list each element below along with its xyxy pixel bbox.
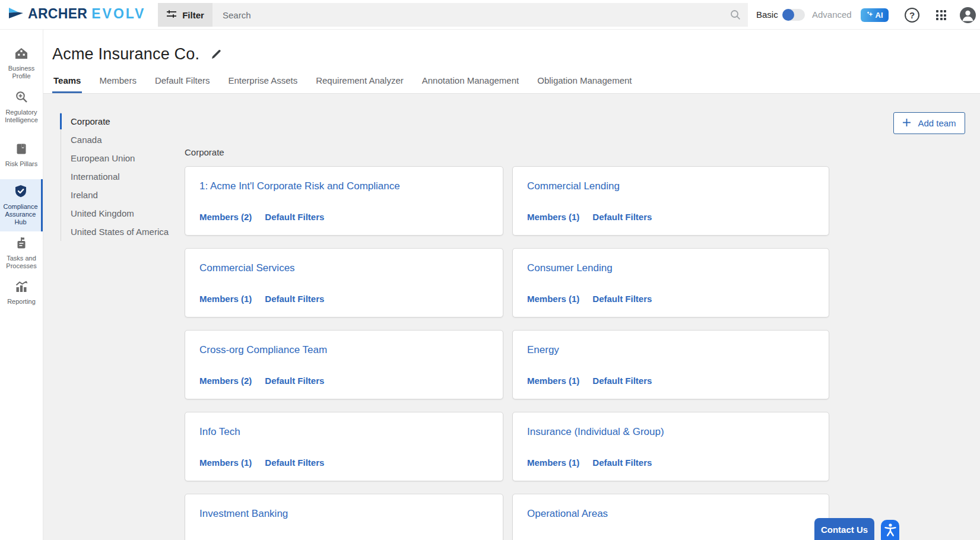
team-nav-united-states[interactable]: United States of America bbox=[61, 223, 177, 241]
team-name-link[interactable]: Consumer Lending bbox=[527, 262, 814, 274]
contact-us-button[interactable]: Contact Us bbox=[814, 518, 874, 540]
filter-button[interactable]: Filter bbox=[158, 3, 213, 27]
shield-check-icon bbox=[14, 185, 27, 200]
ai-button[interactable]: AI bbox=[861, 8, 889, 22]
team-name-link[interactable]: Commercial Lending bbox=[527, 180, 814, 192]
default-filters-link[interactable]: Default Filters bbox=[265, 376, 324, 386]
search-icon[interactable] bbox=[730, 9, 741, 23]
default-filters-link[interactable]: Default Filters bbox=[265, 294, 324, 304]
members-link[interactable]: Members (1) bbox=[527, 294, 579, 304]
help-icon[interactable]: ? bbox=[905, 8, 919, 23]
tab-teams[interactable]: Teams bbox=[52, 75, 82, 93]
team-name-link[interactable]: Info Tech bbox=[199, 426, 489, 438]
global-search-bar: Filter bbox=[158, 3, 748, 27]
sidebar-item-compliance-assurance-hub[interactable]: Compliance Assurance Hub bbox=[0, 179, 43, 231]
sidebar-item-risk-pillars[interactable]: Risk Pillars bbox=[0, 138, 43, 173]
default-filters-link[interactable]: Default Filters bbox=[265, 212, 324, 222]
ai-label: AI bbox=[876, 11, 883, 20]
advanced-mode-label: Advanced bbox=[812, 9, 852, 20]
teams-content: Corporate Canada European Union Internat… bbox=[43, 94, 980, 540]
basic-mode-label: Basic bbox=[756, 9, 778, 20]
archer-arrow-icon bbox=[8, 7, 24, 22]
toggle-knob bbox=[782, 9, 794, 21]
team-nav-canada[interactable]: Canada bbox=[61, 131, 177, 149]
default-filters-link[interactable]: Default Filters bbox=[592, 458, 652, 468]
book-icon bbox=[15, 143, 27, 157]
members-link[interactable]: Members (1) bbox=[199, 458, 252, 468]
tab-annotation-management[interactable]: Annotation Management bbox=[421, 75, 520, 93]
default-filters-link[interactable]: Default Filters bbox=[592, 376, 652, 386]
team-card[interactable]: 1: Acme Int'l Corporate Risk and Complia… bbox=[185, 166, 503, 236]
app-grid-icon[interactable] bbox=[936, 10, 946, 20]
bar-chart-icon bbox=[15, 281, 28, 295]
team-nav-international[interactable]: International bbox=[61, 167, 177, 186]
search-input[interactable] bbox=[213, 3, 748, 27]
team-card[interactable]: Cross-org Compliance Team Members (2) De… bbox=[185, 330, 503, 399]
page-title: Acme Insurance Co. bbox=[52, 45, 199, 63]
team-name-link[interactable]: Energy bbox=[527, 344, 814, 356]
add-team-label: Add team bbox=[918, 118, 956, 128]
default-filters-link[interactable]: Default Filters bbox=[592, 212, 652, 222]
sidebar-item-label: Regulatory Intelligence bbox=[1, 109, 42, 124]
members-link[interactable]: Members (1) bbox=[527, 212, 579, 222]
team-cards-grid: 1: Acme Int'l Corporate Risk and Complia… bbox=[185, 166, 829, 540]
tab-members[interactable]: Members bbox=[98, 75, 138, 93]
members-link[interactable]: Members (2) bbox=[199, 376, 252, 386]
logo-archer-text: ARCHER bbox=[28, 6, 87, 22]
building-home-icon bbox=[15, 47, 28, 62]
sidebar-item-label: Risk Pillars bbox=[5, 160, 37, 168]
page-head: Acme Insurance Co. Teams Members Default… bbox=[43, 30, 980, 94]
avatar-icon[interactable] bbox=[960, 7, 976, 23]
team-name-link[interactable]: Commercial Services bbox=[199, 262, 489, 274]
accessibility-icon[interactable] bbox=[881, 520, 899, 540]
team-card[interactable]: Investment Banking bbox=[185, 494, 503, 540]
team-nav-ireland[interactable]: Ireland bbox=[61, 186, 177, 204]
app-sidebar: Business Profile Regulatory Intelligence… bbox=[0, 30, 43, 540]
team-name-link[interactable]: 1: Acme Int'l Corporate Risk and Complia… bbox=[199, 180, 489, 192]
default-filters-link[interactable]: Default Filters bbox=[592, 294, 652, 304]
sidebar-item-label: Business Profile bbox=[1, 65, 42, 80]
team-card[interactable]: Info Tech Members (1) Default Filters bbox=[185, 412, 503, 481]
team-card[interactable]: Commercial Lending Members (1) Default F… bbox=[512, 166, 829, 236]
tab-requirement-analyzer[interactable]: Requirement Analyzer bbox=[315, 75, 405, 93]
basic-advanced-toggle[interactable] bbox=[782, 9, 805, 21]
team-card[interactable]: Insurance (Individual & Group) Members (… bbox=[512, 412, 829, 481]
team-name-link[interactable]: Insurance (Individual & Group) bbox=[527, 426, 814, 438]
team-nav-united-kingdom[interactable]: United Kingdom bbox=[61, 204, 177, 223]
sidebar-item-reporting[interactable]: Reporting bbox=[0, 275, 43, 311]
default-filters-link[interactable]: Default Filters bbox=[265, 458, 324, 468]
sidebar-item-regulatory-intelligence[interactable]: Regulatory Intelligence bbox=[0, 85, 43, 129]
tab-enterprise-assets[interactable]: Enterprise Assets bbox=[227, 75, 299, 93]
filter-label: Filter bbox=[182, 10, 204, 20]
team-card[interactable]: Operational Areas bbox=[512, 494, 829, 540]
sidebar-item-tasks-and-processes[interactable]: Tasks and Processes bbox=[0, 231, 43, 275]
team-card[interactable]: Consumer Lending Members (1) Default Fil… bbox=[512, 248, 829, 317]
tasks-flag-icon bbox=[15, 237, 27, 252]
team-nav-corporate[interactable]: Corporate bbox=[61, 112, 177, 131]
sidebar-item-label: Compliance Assurance Hub bbox=[1, 203, 40, 226]
team-card[interactable]: Energy Members (1) Default Filters bbox=[512, 330, 829, 399]
team-name-link[interactable]: Cross-org Compliance Team bbox=[199, 344, 489, 356]
members-link[interactable]: Members (1) bbox=[527, 458, 579, 468]
section-heading: Corporate bbox=[185, 147, 224, 157]
members-link[interactable]: Members (1) bbox=[199, 294, 252, 304]
members-link[interactable]: Members (1) bbox=[527, 376, 579, 386]
add-team-button[interactable]: Add team bbox=[893, 112, 965, 134]
archer-evolv-logo[interactable]: ARCHER EVOLV bbox=[8, 6, 145, 22]
logo-evolv-text: EVOLV bbox=[91, 6, 145, 22]
magnifier-plus-icon bbox=[15, 91, 28, 106]
tab-obligation-management[interactable]: Obligation Management bbox=[536, 75, 633, 93]
team-nav-european-union[interactable]: European Union bbox=[61, 149, 177, 167]
members-link[interactable]: Members (2) bbox=[199, 212, 252, 222]
tab-default-filters[interactable]: Default Filters bbox=[154, 75, 211, 93]
team-card[interactable]: Commercial Services Members (1) Default … bbox=[185, 248, 503, 317]
sidebar-item-business-profile[interactable]: Business Profile bbox=[0, 42, 43, 85]
sidebar-item-label: Tasks and Processes bbox=[1, 255, 42, 270]
edit-pencil-icon[interactable] bbox=[211, 49, 222, 60]
team-name-link[interactable]: Operational Areas bbox=[527, 508, 814, 520]
plus-icon bbox=[902, 118, 911, 129]
help-glyph: ? bbox=[909, 10, 915, 20]
ai-sparkle-icon bbox=[867, 11, 874, 20]
team-name-link[interactable]: Investment Banking bbox=[199, 508, 489, 520]
team-group-nav: Corporate Canada European Union Internat… bbox=[61, 112, 177, 241]
